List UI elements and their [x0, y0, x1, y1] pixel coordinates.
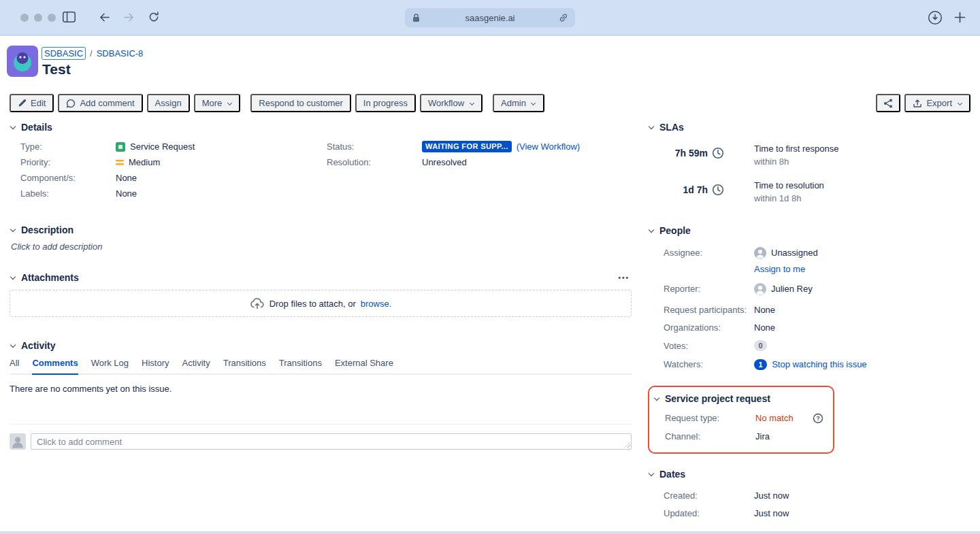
created-value: Just now: [754, 490, 973, 502]
description-heading: Description: [21, 224, 74, 235]
plus-icon: [953, 11, 966, 24]
details-section-header: Details: [10, 122, 632, 133]
workflow-button[interactable]: Workflow: [420, 94, 483, 112]
respond-to-customer-button[interactable]: Respond to customer: [250, 94, 351, 112]
request-participants-value: None: [754, 304, 973, 316]
attachment-dropzone[interactable]: Drop files to attach, or browse.: [10, 290, 632, 317]
created-row: Created: Just now: [648, 490, 973, 502]
minimize-window-icon[interactable]: [34, 14, 42, 22]
help-icon[interactable]: ?: [813, 413, 823, 424]
clock-icon: [711, 142, 725, 168]
sla-item-first-response: 7h 59m Time to first response within 8h: [648, 142, 973, 168]
project-avatar[interactable]: [7, 46, 38, 77]
tab-transitions-2[interactable]: Transitions: [279, 358, 322, 373]
tab-work-log[interactable]: Work Log: [91, 358, 129, 373]
status-badge: WAITING FOR SUPP...: [422, 141, 512, 152]
service-request-type-icon: [116, 142, 125, 152]
tab-activity[interactable]: Activity: [182, 358, 210, 373]
new-tab-button[interactable]: [953, 11, 966, 24]
tab-comments[interactable]: Comments: [32, 358, 78, 373]
share-icon: [883, 98, 894, 109]
more-button[interactable]: More: [194, 94, 241, 112]
zoom-window-icon[interactable]: [48, 14, 56, 22]
service-project-request-section: Service project request Request type: No…: [648, 386, 834, 454]
add-comment-row: [10, 433, 632, 450]
request-type-label: Request type:: [665, 412, 755, 424]
watchers-label: Watchers:: [664, 358, 754, 371]
collapse-chevron-icon[interactable]: [648, 471, 655, 478]
tab-all[interactable]: All: [10, 358, 19, 373]
description-placeholder[interactable]: Click to add description: [11, 241, 632, 252]
resolution-value: Unresolved: [422, 157, 467, 167]
reporter-row: Reporter: Julien Rey: [648, 283, 973, 295]
priority-value: Medium: [116, 157, 160, 167]
votes-badge[interactable]: 0: [754, 340, 767, 351]
request-type-value: No match: [755, 412, 794, 424]
back-button[interactable]: [99, 12, 110, 22]
export-icon: [913, 99, 922, 108]
edit-button[interactable]: Edit: [10, 94, 54, 112]
clock-icon: [711, 179, 725, 205]
sla-title: Time to resolution: [754, 179, 973, 192]
type-label: Type:: [20, 141, 116, 152]
attachments-overflow-menu[interactable]: •••: [616, 274, 632, 282]
svg-text:?: ?: [816, 415, 819, 422]
collapse-chevron-icon[interactable]: [653, 395, 660, 402]
labels-label: Labels:: [20, 188, 116, 199]
votes-row: Votes: 0: [648, 340, 973, 352]
cloud-upload-icon: [250, 297, 265, 310]
share-button[interactable]: [876, 94, 900, 112]
browser-toolbar: saasgenie.ai: [0, 0, 980, 35]
view-workflow-link[interactable]: (View Workflow): [517, 141, 580, 152]
breadcrumb-separator: /: [90, 48, 93, 59]
admin-button[interactable]: Admin: [493, 94, 544, 112]
collapse-chevron-icon[interactable]: [10, 227, 16, 233]
no-comments-message: There are no comments yet on this issue.: [10, 384, 632, 394]
add-comment-button[interactable]: Add comment: [58, 94, 142, 112]
updated-row: Updated: Just now: [648, 507, 973, 520]
assign-to-me-link[interactable]: Assign to me: [754, 264, 973, 274]
comment-input-wrapper: [31, 433, 632, 450]
collapse-chevron-icon[interactable]: [648, 227, 655, 234]
request-participants-row: Request participants: None: [648, 304, 973, 316]
forward-arrow-icon: [123, 12, 135, 22]
assign-button[interactable]: Assign: [147, 94, 190, 112]
tab-transitions-1[interactable]: Transitions: [223, 358, 266, 373]
browse-link[interactable]: browse.: [361, 299, 392, 309]
status-label: Status:: [327, 141, 422, 152]
priority-label: Priority:: [20, 157, 116, 167]
reload-button[interactable]: [148, 11, 160, 23]
in-progress-button[interactable]: In progress: [355, 94, 416, 112]
watchers-badge[interactable]: 1: [754, 359, 767, 370]
chevron-down-icon: [531, 101, 536, 106]
components-row: Component/s: None: [10, 170, 632, 186]
activity-section-header: Activity: [10, 340, 632, 351]
organizations-label: Organizations:: [664, 322, 754, 334]
comment-input[interactable]: [31, 433, 632, 450]
created-label: Created:: [664, 490, 754, 502]
tab-history[interactable]: History: [142, 358, 169, 373]
window-controls: [20, 14, 56, 22]
collapse-chevron-icon[interactable]: [10, 342, 16, 349]
resolution-row: Resolution: Unresolved: [327, 154, 580, 170]
downloads-button[interactable]: [927, 10, 943, 26]
forward-button[interactable]: [123, 12, 135, 22]
breadcrumb-project-link[interactable]: SDBASIC: [42, 47, 86, 60]
sla-time: 7h 59m: [648, 142, 708, 168]
collapse-chevron-icon[interactable]: [10, 124, 16, 131]
details-heading: Details: [21, 122, 52, 133]
sidebar-toggle-button[interactable]: [63, 12, 76, 22]
slas-heading: SLAs: [659, 122, 684, 133]
collapse-chevron-icon[interactable]: [648, 124, 655, 131]
tab-external-share[interactable]: External Share: [335, 358, 393, 373]
page-link-icon[interactable]: [558, 12, 569, 26]
breadcrumb-issue-link[interactable]: SDBASIC-8: [97, 48, 144, 59]
activity-heading: Activity: [21, 340, 56, 351]
close-window-icon[interactable]: [20, 14, 29, 22]
chevron-down-icon: [957, 101, 962, 106]
export-button[interactable]: Export: [904, 94, 970, 112]
dates-heading: Dates: [659, 469, 685, 480]
stop-watching-link[interactable]: Stop watching this issue: [772, 358, 866, 371]
collapse-chevron-icon[interactable]: [10, 274, 16, 281]
address-bar[interactable]: saasgenie.ai: [405, 8, 575, 27]
